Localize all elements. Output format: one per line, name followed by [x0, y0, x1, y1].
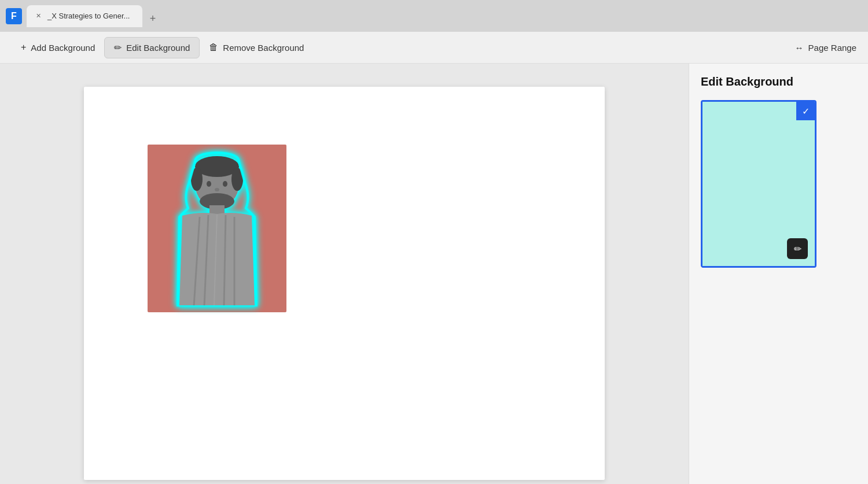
panel-title: Edit Background — [701, 75, 856, 88]
right-panel: Edit Background ✓ ✏ — [689, 64, 868, 484]
page-canvas — [84, 87, 605, 480]
person-cutout — [148, 145, 286, 312]
browser-favicon: F — [6, 8, 22, 24]
svg-point-5 — [223, 181, 227, 187]
main-layout: Edit Background ✓ ✏ — [0, 64, 868, 484]
add-icon: + — [21, 42, 26, 53]
background-edit-button[interactable]: ✏ — [787, 238, 808, 259]
person-element[interactable] — [148, 145, 286, 312]
page-range-icon: ↔ — [795, 43, 804, 53]
tab-title: _X Strategies to Gener... — [47, 12, 130, 20]
favicon-letter: F — [11, 11, 17, 21]
browser-chrome: F ✕ _X Strategies to Gener... + — [0, 0, 868, 32]
edit-icon: ✏ — [114, 42, 122, 53]
canvas-area — [0, 64, 689, 484]
active-tab[interactable]: ✕ _X Strategies to Gener... — [27, 5, 142, 27]
add-background-button[interactable]: + Add Background — [12, 38, 104, 57]
svg-point-6 — [215, 188, 219, 191]
page-range-button[interactable]: ↔ Page Range — [795, 43, 856, 53]
page-range-label: Page Range — [808, 43, 856, 53]
svg-point-4 — [207, 181, 211, 187]
remove-background-button[interactable]: 🗑 Remove Background — [200, 38, 313, 57]
add-background-label: Add Background — [31, 43, 95, 53]
new-tab-button[interactable]: + — [145, 11, 161, 27]
tab-close-button[interactable]: ✕ — [34, 12, 43, 21]
background-preview-card[interactable]: ✓ ✏ — [701, 100, 816, 268]
toolbar: + Add Background ✏ Edit Background 🗑 Rem… — [0, 32, 868, 64]
edit-background-label: Edit Background — [126, 43, 190, 53]
remove-background-label: Remove Background — [223, 43, 304, 53]
person-image — [165, 150, 269, 306]
selected-checkmark: ✓ — [796, 102, 815, 120]
edit-background-button[interactable]: ✏ Edit Background — [104, 37, 200, 58]
tab-bar: ✕ _X Strategies to Gener... + — [27, 5, 862, 27]
trash-icon: 🗑 — [209, 42, 218, 53]
